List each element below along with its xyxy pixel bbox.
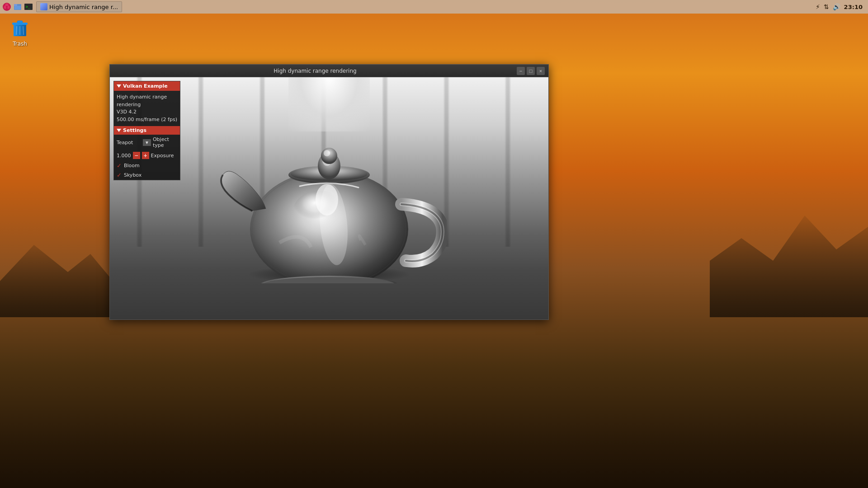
window-icon [40,3,47,10]
window-titlebar: High dynamic range rendering − □ × [110,65,548,77]
window-content: Vulkan Example High dynamic range render… [110,77,548,319]
trash-icon [9,17,31,39]
svg-line-16 [23,26,24,35]
taskbar-window-button[interactable]: High dynamic range r... [36,1,122,12]
window-minimize-button[interactable]: − [517,67,525,75]
skybox-label: Skybox [124,172,142,178]
svg-rect-7 [14,6,21,9]
svg-rect-13 [17,21,23,23]
object-type-dropdown[interactable]: ▼ [143,139,151,146]
taskbar: >_ High dynamic range r... ⚡ ⇅ 🔊 23:10 [0,0,868,14]
panel-header-title: Vulkan Example [123,83,168,89]
settings-triangle [117,129,121,132]
app-version: V3D 4.2 [117,108,177,116]
exposure-label: Exposure [151,153,178,159]
teapot-model [212,121,447,283]
volume-icon: 🔊 [833,3,840,10]
taskbar-left: >_ High dynamic range r... [2,1,122,12]
taskbar-window-title: High dynamic range r... [49,4,118,10]
window-maximize-button[interactable]: □ [527,67,535,75]
exposure-row: 1.000 − + Exposure [114,150,180,161]
app-name: High dynamic range rendering [117,94,177,108]
panel-header-triangle [117,84,121,88]
exposure-minus-button[interactable]: − [133,152,140,159]
bloom-label: Bloom [124,163,140,169]
skybox-row: ✓ Skybox [114,170,180,180]
taskbar-right: ⚡ ⇅ 🔊 23:10 [816,3,866,10]
svg-point-22 [316,184,338,216]
skybox-checkmark: ✓ [117,172,122,178]
exposure-plus-button[interactable]: + [142,152,149,159]
window-close-button[interactable]: × [537,67,545,75]
trash-desktop-icon[interactable]: Trash [9,17,31,47]
svg-text:>_: >_ [26,5,30,9]
settings-label: Settings [123,127,146,133]
object-value-label: Teapot [117,140,141,145]
svg-rect-6 [14,4,17,6]
window-controls: − □ × [517,67,545,75]
taskbar-time: 23:10 [844,4,863,10]
dropdown-arrow: ▼ [145,140,149,145]
trash-label: Trash [13,41,27,47]
updown-icon: ⇅ [824,3,829,10]
svg-point-28 [324,150,330,156]
fps-display: 500.00 ms/frame (2 fps) [117,116,177,124]
filemanager-icon[interactable] [13,2,23,12]
panel-info: High dynamic range rendering V3D 4.2 500… [114,91,180,126]
window-title: High dynamic range rendering [113,68,517,74]
app-window: High dynamic range rendering − □ × [109,64,549,320]
terminal-icon[interactable]: >_ [24,2,33,12]
bluetooth-icon: ⚡ [816,3,820,10]
object-type-row: Teapot ▼ Object type [114,135,180,150]
object-type-label: Object type [153,136,177,148]
bloom-row: ✓ Bloom [114,161,180,170]
raspberrypi-icon[interactable] [2,2,12,12]
svg-point-27 [321,148,337,164]
svg-line-14 [16,26,17,35]
control-panel: Vulkan Example High dynamic range render… [113,81,180,180]
panel-header: Vulkan Example [114,81,180,91]
bloom-checkmark: ✓ [117,162,122,169]
exposure-value: 1.000 [117,153,131,159]
settings-section: Settings [114,126,180,135]
svg-point-4 [6,6,8,8]
